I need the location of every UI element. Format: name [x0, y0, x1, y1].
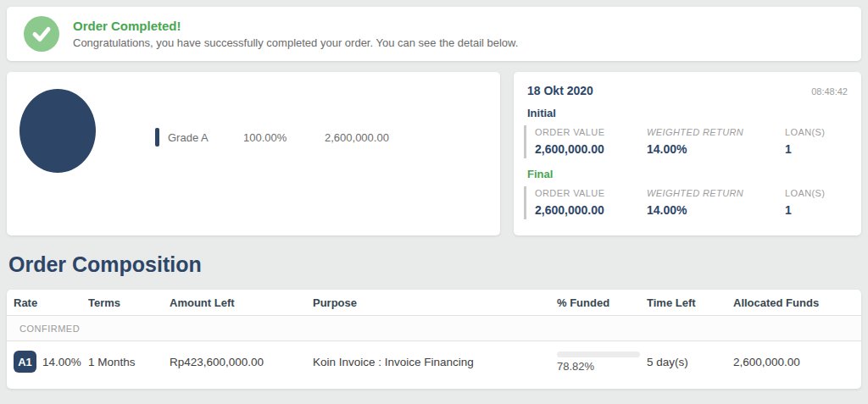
legend-swatch — [155, 128, 159, 147]
col-header-terms: Terms — [88, 296, 170, 309]
col-header-allocated-funds: Allocated Funds — [733, 296, 861, 309]
banner-title: Order Completed! — [73, 19, 518, 33]
initial-section-label: Initial — [527, 107, 848, 119]
final-stats: ORDER VALUE WEIGHTED RETURN LOAN(S) 2,60… — [524, 186, 848, 219]
banner-subtitle: Congratulations, you have successfully c… — [73, 36, 518, 49]
rate-cell: A1 14.00% — [14, 351, 88, 373]
order-summary-card: 18 Okt 2020 08:48:42 Initial ORDER VALUE… — [514, 72, 861, 235]
banner-text: Order Completed! Congratulations, you ha… — [73, 19, 518, 49]
order-time: 08:48:42 — [811, 86, 848, 97]
order-date: 18 Okt 2020 — [527, 84, 593, 97]
order-grade-chart-card: Grade A 100.00% 2,600,000.00 — [7, 72, 500, 235]
weighted-return-label: WEIGHTED RETURN — [647, 186, 785, 198]
rate-value: 14.00% — [42, 356, 81, 368]
amount-left-cell: Rp423,600,000.00 — [170, 356, 313, 368]
col-header-rate: Rate — [14, 296, 88, 309]
col-header-purpose: Purpose — [313, 296, 557, 309]
allocated-funds-cell: 2,600,000.00 — [733, 356, 861, 368]
final-order-value: 2,600,000.00 — [535, 203, 647, 219]
col-header-funded: % Funded — [557, 296, 647, 309]
check-circle-icon — [24, 16, 59, 52]
summary-header: 18 Okt 2020 08:48:42 — [527, 84, 848, 97]
loans-label: LOAN(S) — [785, 186, 848, 198]
order-value-label: ORDER VALUE — [535, 186, 647, 198]
grade-badge: A1 — [14, 351, 36, 373]
initial-stats: ORDER VALUE WEIGHTED RETURN LOAN(S) 2,60… — [524, 125, 848, 158]
order-completed-banner: Order Completed! Congratulations, you ha… — [7, 7, 861, 61]
table-header-row: Rate Terms Amount Left Purpose % Funded … — [7, 290, 861, 316]
order-value-label: ORDER VALUE — [535, 125, 647, 137]
loans-label: LOAN(S) — [785, 125, 848, 137]
col-header-amount-left: Amount Left — [170, 296, 313, 309]
order-composition-title: Order Composition — [8, 252, 861, 277]
group-label: CONFIRMED — [19, 324, 80, 334]
funded-progress-bar — [557, 351, 640, 357]
initial-loans: 1 — [785, 142, 848, 158]
final-loans: 1 — [785, 203, 848, 219]
legend-percent: 100.00% — [243, 131, 325, 144]
weighted-return-label: WEIGHTED RETURN — [647, 125, 785, 137]
table-row[interactable]: A1 14.00% 1 Months Rp423,600,000.00 Koin… — [7, 341, 861, 382]
purpose-cell: Koin Invoice : Invoice Financing — [313, 356, 557, 368]
initial-order-value: 2,600,000.00 — [535, 142, 647, 158]
order-composition-table: Rate Terms Amount Left Purpose % Funded … — [7, 290, 861, 389]
initial-weighted-return: 14.00% — [647, 142, 785, 158]
final-section-label: Final — [527, 168, 848, 180]
time-left-cell: 5 day(s) — [647, 356, 733, 368]
pie-chart — [19, 89, 96, 173]
checkmark-icon — [31, 24, 52, 44]
legend-label: Grade A — [168, 131, 243, 144]
funded-cell: 78.82% — [557, 351, 647, 373]
funded-percent-label: 78.82% — [557, 360, 647, 373]
terms-cell: 1 Months — [88, 356, 170, 368]
pie-legend: Grade A 100.00% 2,600,000.00 — [155, 128, 389, 147]
final-weighted-return: 14.00% — [647, 203, 785, 219]
legend-amount: 2,600,000.00 — [325, 131, 389, 144]
confirmed-group-row: CONFIRMED — [7, 316, 861, 341]
col-header-time-left: Time Left — [647, 296, 733, 309]
